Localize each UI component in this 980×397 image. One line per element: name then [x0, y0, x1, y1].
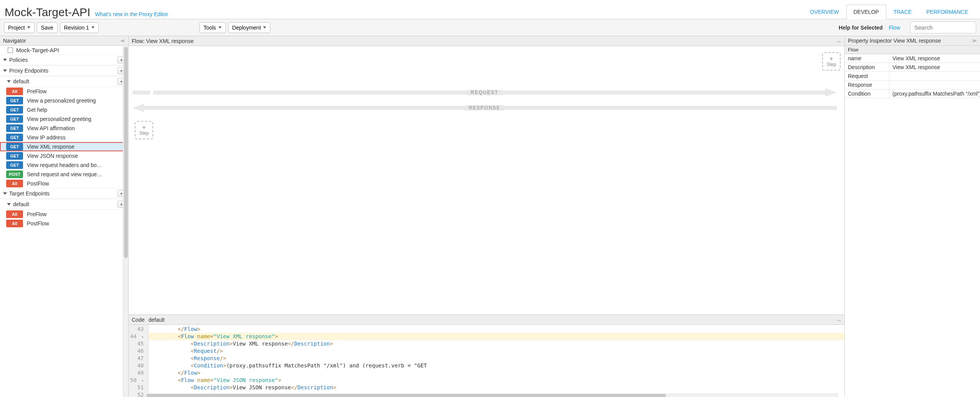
caret-down-icon [219, 26, 222, 28]
add-response-step-button[interactable]: +Step [135, 121, 153, 139]
center-panel: Flow: View XML response ︽ +Step REQUEST … [129, 36, 845, 397]
revision-dropdown[interactable]: Revision 1 [60, 22, 99, 33]
flow-label: PostFlow [27, 180, 49, 187]
collapse-left-icon[interactable]: ≪ [121, 38, 125, 43]
method-badge: GET [6, 115, 23, 123]
method-badge: POST [6, 170, 23, 178]
inspector-title: Property Inspector View XML response [848, 38, 941, 44]
flow-row[interactable]: GETView IP address [0, 133, 128, 142]
tools-dropdown[interactable]: Tools [199, 22, 226, 33]
flow-label: View a personalized greeting [27, 98, 96, 104]
method-badge: GET [6, 124, 23, 132]
flow-row[interactable]: AllPreFlow [0, 210, 128, 219]
caret-down-icon [91, 26, 94, 28]
flow-label: Get help [27, 107, 47, 113]
flow-row[interactable]: GETView request headers and bo… [0, 160, 128, 170]
flow-row[interactable]: AllPostFlow [0, 219, 128, 228]
collapse-up-icon[interactable]: ︽ [837, 38, 841, 44]
method-badge: GET [6, 161, 23, 169]
code-header: Code default ︽ [129, 314, 844, 325]
flow-row[interactable]: GETView personalized greeting [0, 114, 128, 124]
method-badge: GET [6, 97, 23, 104]
search-input[interactable] [910, 22, 976, 33]
request-lane: REQUEST [132, 88, 837, 97]
flow-row[interactable]: AllPostFlow [0, 179, 128, 188]
prop-row-condition[interactable]: Condition(proxy.pathsuffix MatchesPath "… [845, 89, 980, 98]
expand-right-icon[interactable]: ≫ [972, 38, 977, 43]
tab-performance[interactable]: PERFORMANCE [919, 5, 975, 19]
caret-down-icon [3, 59, 7, 61]
navigator-panel: Navigator ≪ Mock-Target-API Policies + P… [0, 36, 129, 397]
app-header: Mock-Target-API What's new in the Proxy … [0, 0, 980, 19]
tab-trace[interactable]: TRACE [886, 5, 919, 19]
prop-row-request[interactable]: Request [845, 72, 980, 81]
method-badge: All [6, 180, 23, 187]
method-badge: All [6, 220, 23, 227]
response-lane: RESPONSE [132, 104, 837, 112]
help-for-selected-label: Help for Selected [839, 25, 882, 31]
caret-down-icon [3, 192, 7, 195]
nav-section-proxy-endpoints[interactable]: Proxy Endpoints + [0, 65, 128, 76]
code-collapse-icon[interactable]: ︽ [837, 316, 841, 323]
method-badge: All [6, 88, 23, 95]
tab-overview[interactable]: OVERVIEW [803, 5, 846, 19]
flow-label: Send request and view reque… [27, 171, 102, 177]
navigator-scrollbar[interactable] [123, 46, 128, 397]
flow-label: PreFlow [27, 211, 46, 217]
method-badge: All [6, 210, 23, 218]
document-icon [8, 48, 13, 53]
tab-develop[interactable]: DEVELOP [846, 5, 886, 19]
main-tabs: OVERVIEW DEVELOP TRACE PERFORMANCE [803, 5, 975, 19]
add-request-step-button[interactable]: +Step [822, 52, 841, 71]
prop-row-response[interactable]: Response [845, 81, 980, 89]
flow-row[interactable]: GETView JSON response [0, 151, 128, 160]
flow-label: View personalized greeting [27, 116, 91, 122]
code-horizontal-scrollbar[interactable] [146, 393, 838, 397]
flow-label: View request headers and bo… [27, 162, 102, 168]
code-editor[interactable]: 43 44 ▾45 46 47 48 49 50 ▾51 52 </Flow> … [129, 325, 844, 397]
save-button[interactable]: Save [37, 22, 58, 33]
project-dropdown[interactable]: Project [4, 22, 35, 33]
navigator-title: Navigator [3, 38, 26, 44]
flow-label: PostFlow [27, 220, 49, 227]
flow-canvas: +Step REQUEST RESPONSE +Step [129, 46, 844, 314]
nav-section-policies[interactable]: Policies + [0, 55, 128, 65]
method-badge: GET [6, 134, 23, 141]
flow-label: View IP address [27, 134, 66, 141]
method-badge: GET [6, 152, 23, 160]
caret-down-icon [263, 26, 266, 28]
flow-row[interactable]: GETView API affirmation [0, 124, 128, 133]
flow-editor-title: Flow: View XML response [132, 38, 194, 44]
flow-label: View XML response [27, 144, 74, 150]
prop-row-name[interactable]: nameView XML response [845, 54, 980, 63]
flow-label: View JSON response [27, 153, 78, 159]
flow-label: PreFlow [27, 88, 46, 94]
inspector-section-flow: Flow [845, 46, 980, 54]
flow-help-link[interactable]: Flow [889, 25, 900, 31]
flow-label: View API affirmation [27, 125, 75, 131]
method-badge: GET [6, 143, 23, 151]
flow-row[interactable]: GETView a personalized greeting [0, 96, 128, 105]
method-badge: GET [6, 106, 23, 114]
caret-down-icon [7, 203, 11, 205]
caret-down-icon [27, 26, 30, 28]
property-inspector-panel: Property Inspector View XML response ≫ F… [845, 36, 980, 397]
deployment-dropdown[interactable]: Deployment [228, 22, 271, 33]
caret-down-icon [3, 69, 7, 72]
nav-proxy-root[interactable]: Mock-Target-API [0, 46, 128, 55]
whats-new-link[interactable]: What's new in the Proxy Editor [95, 11, 168, 17]
proxy-title: Mock-Target-API [5, 6, 90, 19]
nav-proxy-default[interactable]: default + [0, 76, 128, 87]
flow-row[interactable]: POSTSend request and view reque… [0, 170, 128, 179]
flow-row[interactable]: GETView XML response [0, 142, 128, 151]
nav-section-target-endpoints[interactable]: Target Endpoints + [0, 188, 128, 199]
caret-down-icon [7, 80, 11, 83]
prop-row-description[interactable]: DescriptionView XML response [845, 63, 980, 72]
flow-row[interactable]: AllPreFlow [0, 87, 128, 96]
flow-row[interactable]: GETGet help [0, 105, 128, 114]
nav-target-default[interactable]: default + [0, 199, 128, 210]
toolbar: Project Save Revision 1 Tools Deployment… [0, 19, 980, 36]
